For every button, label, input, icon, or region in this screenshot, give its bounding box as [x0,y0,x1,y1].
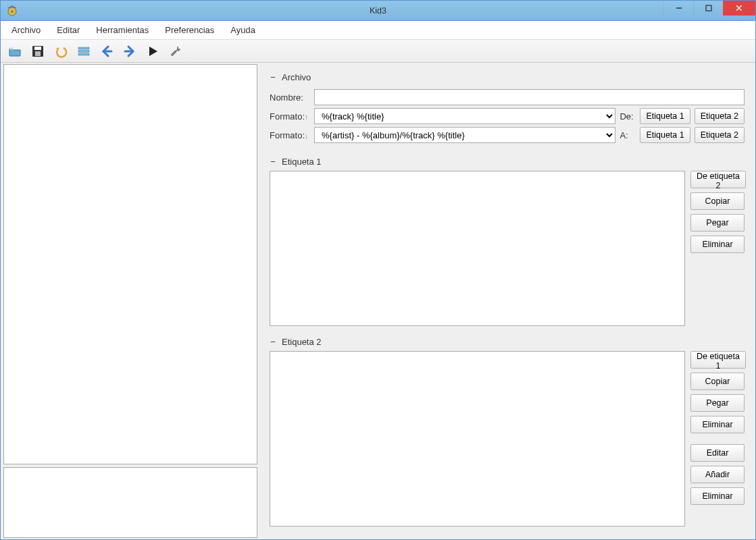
et1-delete-button[interactable]: Eliminar [690,236,745,253]
left-column [1,63,259,539]
play-icon [145,44,160,59]
collapse-icon: − [270,72,276,82]
save-button[interactable] [29,43,47,60]
close-button[interactable]: ✕ [723,1,755,16]
collapse-icon: − [270,157,276,167]
collapse-icon: − [270,337,276,347]
svg-rect-3 [706,5,711,11]
arrow-down-icon: ↓ [305,132,309,140]
row-formato-up: Formato:↑ %{track} %{title} De: Etiqueta… [270,108,745,124]
menu-preferences[interactable]: Preferencias [157,22,222,38]
from-etiqueta1-button[interactable]: Etiqueta 1 [640,108,690,124]
folder-open-icon [7,44,22,59]
from-label: De: [620,111,636,122]
nombre-input[interactable] [314,89,745,105]
svg-rect-8 [78,50,89,52]
undo-icon [53,44,68,59]
from-etiqueta2-button[interactable]: Etiqueta 2 [695,108,745,124]
arrow-left-icon [99,44,114,59]
et1-copy-button[interactable]: Copiar [690,192,745,210]
row-formato-down: Formato:↓ %{artist} - %{album}/%{track} … [270,127,745,143]
window-controls: ✕ [663,1,755,20]
et2-delete2-button[interactable]: Eliminar [690,487,745,505]
app-window: Kid3 ✕ Archivo Editar Herramientas Prefe… [0,0,756,540]
menubar: Archivo Editar Herramientas Preferencias… [1,21,755,40]
arrow-up-icon: ↑ [305,113,309,121]
save-icon [30,44,45,59]
menu-file[interactable]: Archivo [3,22,49,38]
section-archivo-header[interactable]: − Archivo [270,68,745,86]
settings-button[interactable] [167,43,184,60]
formato-up-label: Formato:↑ [270,111,310,122]
section-archivo-title: Archivo [282,72,311,82]
open-button[interactable] [6,43,24,60]
nombre-label: Nombre: [270,92,310,103]
minimize-button[interactable] [663,1,693,16]
svg-rect-7 [78,47,89,49]
maximize-button[interactable] [693,1,723,16]
close-icon: ✕ [735,3,743,13]
menu-tools[interactable]: Herramientas [88,22,157,38]
etiqueta1-area: De etiqueta 2 Copiar Pegar Eliminar [270,171,745,326]
to-etiqueta2-button[interactable]: Etiqueta 2 [695,127,745,143]
svg-rect-5 [34,47,41,50]
section-etiqueta1-header[interactable]: − Etiqueta 1 [270,153,745,171]
svg-rect-9 [78,53,89,55]
next-button[interactable] [121,43,138,60]
et2-edit-button[interactable]: Editar [690,444,745,462]
to-label: A: [620,130,636,140]
select-all-icon [76,44,91,59]
et2-delete-button[interactable]: Eliminar [690,416,745,433]
et1-from-tag2-button[interactable]: De etiqueta 2 [690,171,746,188]
row-nombre: Nombre: [270,89,745,105]
menu-edit[interactable]: Editar [49,22,88,38]
etiqueta1-buttons: De etiqueta 2 Copiar Pegar Eliminar [690,171,745,326]
file-tree-panel[interactable] [3,64,257,464]
menu-help[interactable]: Ayuda [222,22,263,38]
prev-button[interactable] [98,43,116,60]
svg-point-1 [11,10,14,12]
svg-rect-6 [35,51,41,56]
select-all-button[interactable] [75,43,93,60]
wrench-icon [168,44,183,59]
etiqueta2-buttons: De etiqueta 1 Copiar Pegar Eliminar Edit… [690,351,745,526]
file-info-panel[interactable] [3,467,257,538]
section-etiqueta2-header[interactable]: − Etiqueta 2 [270,333,745,351]
main-area: − Archivo Nombre: Formato:↑ %{track} %{t… [1,63,755,539]
formato-up-combo[interactable]: %{track} %{title} [314,108,615,124]
titlebar: Kid3 ✕ [1,1,755,21]
app-icon [6,5,18,17]
section-etiqueta1-title: Etiqueta 1 [282,157,322,167]
et2-paste-button[interactable]: Pegar [690,394,745,412]
right-content: − Archivo Nombre: Formato:↑ %{track} %{t… [260,64,754,535]
play-button[interactable] [144,43,161,60]
arrow-right-icon [122,44,137,59]
toolbar [1,40,755,63]
etiqueta1-list[interactable] [270,171,685,326]
et2-from-tag1-button[interactable]: De etiqueta 1 [690,351,746,369]
etiqueta2-area: De etiqueta 1 Copiar Pegar Eliminar Edit… [270,351,745,526]
etiqueta2-list[interactable] [270,351,685,526]
et2-add-button[interactable]: Añadir [690,466,745,483]
minimize-icon [676,5,682,11]
et1-paste-button[interactable]: Pegar [690,214,745,232]
app-title: Kid3 [370,6,386,16]
right-column[interactable]: − Archivo Nombre: Formato:↑ %{track} %{t… [259,63,755,539]
et2-copy-button[interactable]: Copiar [690,373,745,390]
revert-button[interactable] [52,43,70,60]
formato-down-label: Formato:↓ [270,130,310,140]
maximize-icon [705,5,712,11]
formato-down-combo[interactable]: %{artist} - %{album}/%{track} %{title} [314,127,615,143]
section-etiqueta2-title: Etiqueta 2 [282,337,322,347]
to-etiqueta1-button[interactable]: Etiqueta 1 [640,127,690,143]
